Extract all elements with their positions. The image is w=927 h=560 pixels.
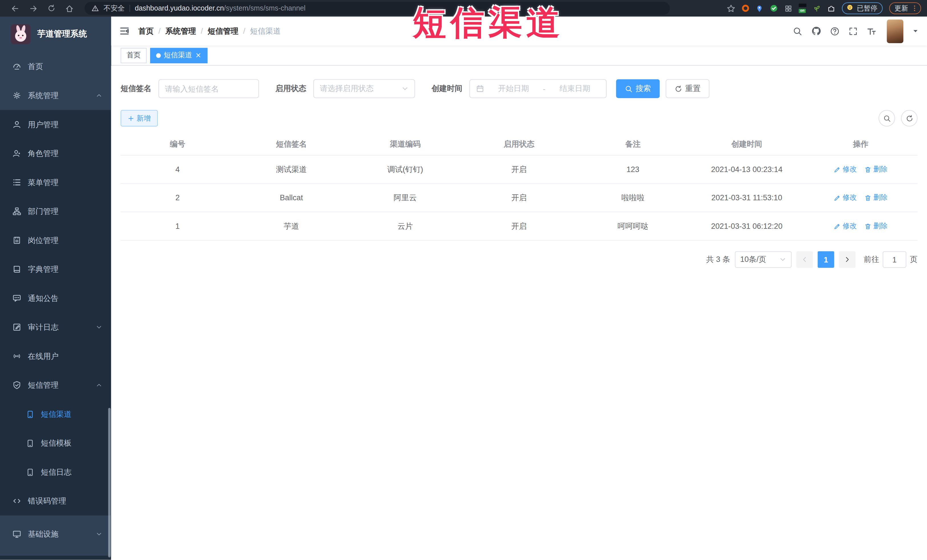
status-filter-select[interactable]: 请选择启用状态	[313, 79, 415, 98]
sidebar-scrollbar[interactable]	[108, 408, 110, 557]
browser-forward-icon[interactable]	[29, 4, 38, 12]
prev-page-button[interactable]	[796, 251, 813, 268]
font-size-icon[interactable]	[867, 26, 876, 36]
sidebar-item-error-codes[interactable]: 错误码管理	[0, 486, 111, 516]
extension-pin-icon[interactable]	[755, 5, 763, 12]
sidebar-collapse-icon[interactable]	[120, 26, 129, 36]
breadcrumb: 首页 / 系统管理 / 短信管理 / 短信渠道	[138, 26, 281, 36]
reset-button[interactable]: 重置	[666, 79, 709, 98]
fullscreen-icon[interactable]	[848, 26, 858, 36]
pagination-total: 共 3 条	[706, 254, 730, 265]
sidebar-item-audit-logs[interactable]: 审计日志	[0, 313, 111, 342]
edit-link-label: 修改	[843, 164, 857, 174]
delete-link[interactable]: 删除	[865, 193, 887, 203]
browser-update-button[interactable]: 更新	[889, 2, 921, 14]
cell-id: 4	[121, 165, 234, 174]
app-frame: 芋道管理系统 首页 系统管理 用户管理	[0, 17, 927, 560]
browser-window: 不安全 dashboard.yudao.iocoder.cn/system/sm…	[0, 0, 927, 560]
edit-link[interactable]: 修改	[834, 164, 857, 174]
column-header: 操作	[804, 139, 918, 149]
page-size-select[interactable]: 10条/页	[735, 251, 792, 268]
user-avatar[interactable]	[887, 19, 903, 43]
sidebar-item-sms-template[interactable]: 短信模板	[0, 428, 111, 458]
sidebar-item-sms-log[interactable]: 短信日志	[0, 458, 111, 487]
sidebar-item-departments[interactable]: 部门管理	[0, 197, 111, 226]
extensions-puzzle-icon[interactable]	[827, 4, 835, 12]
address-bar[interactable]: 不安全 dashboard.yudao.iocoder.cn/system/sm…	[84, 2, 670, 15]
github-icon[interactable]	[811, 26, 821, 36]
refresh-icon	[905, 114, 913, 122]
app-title: 芋道管理系统	[37, 29, 87, 39]
sidebar-item-online-users[interactable]: 在线用户	[0, 342, 111, 371]
sidebar-item-posts[interactable]: 岗位管理	[0, 226, 111, 255]
breadcrumb-separator: /	[158, 27, 161, 35]
browser-back-icon[interactable]	[11, 4, 20, 12]
avatar-caret-down-icon[interactable]	[912, 28, 919, 34]
security-warning-label[interactable]: 不安全	[103, 3, 125, 13]
date-start-placeholder[interactable]: 开始日期	[488, 83, 539, 94]
sidebar-item-home[interactable]: 首页	[0, 52, 111, 81]
sidebar-item-label: 岗位管理	[28, 235, 58, 246]
browser-menu-icon[interactable]	[911, 5, 918, 12]
table-header-row: 编号 短信签名 渠道编码 启用状态 备注 创建时间 操作	[121, 133, 918, 155]
sidebar-item-infrastructure[interactable]: 基础设施	[0, 519, 111, 549]
search-button[interactable]: 搜索	[616, 79, 660, 98]
edit-link-label: 修改	[843, 193, 857, 203]
sidebar-item-dictionary[interactable]: 字典管理	[0, 255, 111, 284]
tab-sms-channel[interactable]: 短信渠道	[150, 48, 207, 63]
next-page-button[interactable]	[839, 251, 856, 268]
cell-code: 调试(钉钉)	[348, 164, 462, 175]
header-actions	[793, 19, 919, 43]
extension-ring-icon[interactable]	[742, 5, 749, 12]
sidebar-item-label: 菜单管理	[28, 177, 58, 188]
browser-home-icon[interactable]	[65, 4, 74, 12]
refresh-table-button[interactable]	[901, 110, 918, 126]
extension-check-icon[interactable]	[769, 4, 778, 12]
extension-on-badge: on	[799, 9, 806, 13]
sidebar-item-label: 角色管理	[28, 148, 58, 159]
sidebar-item-label: 错误码管理	[28, 496, 66, 506]
table-row[interactable]: 1 芋道 云片 开启 呵呵呵哒 2021-03-31 06:12:20 修改 删…	[121, 212, 918, 240]
header-search-icon[interactable]	[793, 26, 802, 36]
date-end-placeholder[interactable]: 结束日期	[550, 83, 600, 94]
breadcrumb-item[interactable]: 系统管理	[165, 26, 196, 36]
url-text[interactable]: dashboard.yudao.iocoder.cn/system/sms/sm…	[135, 4, 305, 12]
sidebar-item-notices[interactable]: 通知公告	[0, 284, 111, 313]
tab-close-icon[interactable]	[195, 52, 202, 58]
sidebar-item-roles[interactable]: 角色管理	[0, 139, 111, 168]
sidebar-item-users[interactable]: 用户管理	[0, 110, 111, 139]
bookmark-star-icon[interactable]	[726, 4, 735, 12]
add-button-label: 新增	[137, 113, 151, 123]
sidebar-item-sms-channel[interactable]: 短信渠道	[0, 400, 111, 429]
help-icon[interactable]	[830, 26, 839, 36]
security-warning-icon[interactable]	[91, 5, 99, 12]
goto-page-input[interactable]	[883, 251, 906, 268]
sidebar-item-label: 短信模板	[41, 438, 71, 448]
date-range-picker[interactable]: 开始日期 - 结束日期	[470, 79, 606, 98]
delete-link[interactable]: 删除	[865, 221, 887, 231]
cell-operations: 修改 删除	[804, 221, 918, 231]
table-row[interactable]: 4 测试渠道 调试(钉钉) 开启 123 2021-04-13 00:23:14…	[121, 155, 918, 184]
profile-paused-badge[interactable]: 已暂停	[842, 2, 883, 14]
edit-link[interactable]: 修改	[834, 193, 857, 203]
breadcrumb-item[interactable]: 短信管理	[208, 26, 239, 36]
sidebar-item-system-mgmt[interactable]: 系统管理	[0, 81, 111, 110]
extension-on-icon[interactable]: on	[798, 3, 806, 13]
sidebar-item-sms-mgmt[interactable]: 短信管理	[0, 370, 111, 400]
extension-grid-icon[interactable]	[784, 5, 792, 12]
page-number-current[interactable]: 1	[818, 251, 834, 268]
sidebar-item-menus[interactable]: 菜单管理	[0, 168, 111, 197]
table-row[interactable]: 2 Ballcat 阿里云 开启 啦啦啦 2021-03-31 11:53:10…	[121, 184, 918, 212]
delete-link[interactable]: 删除	[865, 164, 887, 174]
sign-filter-input[interactable]	[158, 79, 259, 98]
add-button[interactable]: 新增	[121, 110, 158, 126]
browser-reload-icon[interactable]	[47, 4, 56, 12]
tab-home[interactable]: 首页	[121, 48, 147, 63]
url-path: /system/sms/sms-channel	[224, 4, 305, 12]
edit-link[interactable]: 修改	[834, 221, 857, 231]
role-user-icon	[12, 149, 21, 158]
toggle-search-button[interactable]	[878, 110, 895, 126]
extension-leaf-icon[interactable]	[813, 5, 820, 12]
breadcrumb-item[interactable]: 首页	[138, 26, 154, 36]
app-logo-row[interactable]: 芋道管理系统	[0, 17, 111, 52]
